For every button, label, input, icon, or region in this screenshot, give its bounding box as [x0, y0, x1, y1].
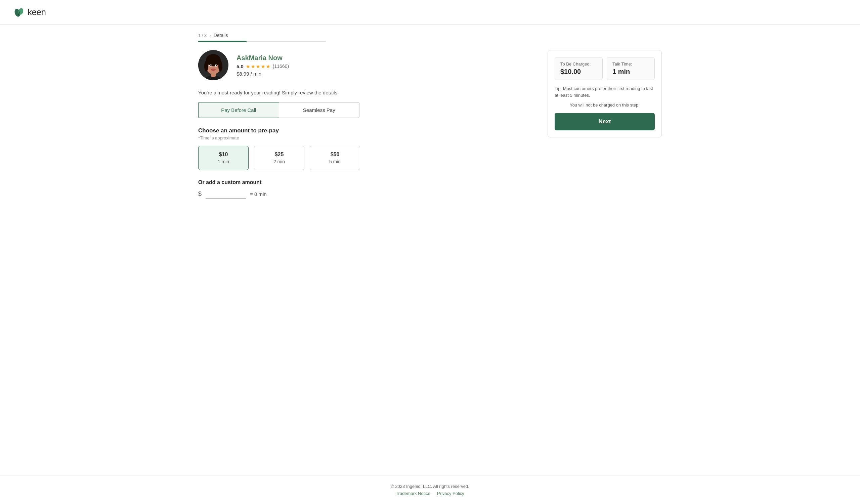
right-panel: To Be Charged: $10.00 Talk Time: 1 min T…: [548, 50, 662, 138]
tab-seamless-pay[interactable]: Seamless Pay: [279, 102, 360, 118]
step-header: 1 / 3 › Details: [198, 33, 662, 38]
custom-amount-row: $ = 0 min: [198, 189, 534, 199]
custom-amount-section: Or add a custom amount $ = 0 min: [198, 179, 534, 199]
summary-not-charged: You will not be charged on this step.: [555, 102, 655, 107]
amount-card-25[interactable]: $25 2 min: [254, 146, 304, 170]
amount-time-50: 5 min: [315, 159, 355, 164]
amount-value-10: $10: [204, 152, 243, 158]
footer: © 2023 Ingenio, LLC. All rights reserved…: [0, 475, 860, 504]
talk-time-value: 1 min: [613, 68, 649, 76]
advisor-price: $8.99 / min: [236, 71, 289, 77]
summary-row: To Be Charged: $10.00 Talk Time: 1 min: [555, 57, 655, 80]
rating-score: 5.0: [236, 63, 244, 69]
choose-amount-title: Choose an amount to pre-pay: [198, 127, 534, 134]
amount-card-10[interactable]: $10 1 min: [198, 146, 248, 170]
main-content: 1 / 3 › Details: [185, 25, 675, 475]
to-be-charged-label: To Be Charged:: [560, 61, 597, 67]
logo-text: keen: [28, 7, 46, 17]
talk-time-box: Talk Time: 1 min: [607, 57, 655, 80]
dollar-sign: $: [198, 190, 202, 198]
amount-value-25: $25: [260, 152, 299, 158]
privacy-policy-link[interactable]: Privacy Policy: [437, 491, 464, 496]
svg-point-14: [211, 69, 216, 71]
amount-card-50[interactable]: $50 5 min: [310, 146, 360, 170]
content-layout: AskMaria Now 5.0 ★★★★★ (11660) $8.99 / m…: [198, 50, 662, 199]
step-number: 1 / 3: [198, 33, 206, 38]
avatar: [198, 50, 228, 80]
advisor-rating: 5.0 ★★★★★ (11660): [236, 63, 289, 70]
amount-time-10: 1 min: [204, 159, 243, 164]
custom-amount-title: Or add a custom amount: [198, 179, 534, 186]
section-subtitle: You're almost ready for your reading! Si…: [198, 90, 534, 96]
to-be-charged-box: To Be Charged: $10.00: [555, 57, 603, 80]
header: keen: [0, 0, 860, 25]
custom-amount-input[interactable]: [205, 189, 246, 199]
avatar-image: [198, 50, 228, 80]
amount-value-50: $50: [315, 152, 355, 158]
review-count: (11660): [273, 63, 289, 69]
footer-links: Trademark Notice Privacy Policy: [13, 491, 847, 496]
choose-amount-note: *Time is approximate: [198, 135, 534, 141]
summary-card: To Be Charged: $10.00 Talk Time: 1 min T…: [548, 50, 662, 138]
advisor-info: AskMaria Now 5.0 ★★★★★ (11660) $8.99 / m…: [198, 50, 534, 80]
talk-time-label: Talk Time:: [613, 61, 649, 67]
choose-amount-section: Choose an amount to pre-pay *Time is app…: [198, 127, 534, 170]
svg-point-12: [210, 65, 212, 66]
left-panel: AskMaria Now 5.0 ★★★★★ (11660) $8.99 / m…: [198, 50, 534, 199]
svg-point-9: [206, 55, 220, 63]
footer-copyright: © 2023 Ingenio, LLC. All rights reserved…: [13, 484, 847, 489]
stars: ★★★★★: [246, 63, 271, 70]
trademark-notice-link[interactable]: Trademark Notice: [396, 491, 430, 496]
summary-tip: Tip: Most customers prefer their first r…: [555, 85, 655, 99]
progress-bar-container: [198, 41, 326, 42]
custom-equals: = 0 min: [250, 191, 267, 197]
tab-pay-before-call[interactable]: Pay Before Call: [198, 102, 279, 118]
next-button[interactable]: Next: [555, 113, 655, 130]
pay-tabs: Pay Before Call Seamless Pay: [198, 102, 359, 118]
svg-point-13: [216, 65, 217, 66]
advisor-name: AskMaria Now: [236, 54, 289, 62]
logo-icon: [13, 6, 26, 18]
advisor-details: AskMaria Now 5.0 ★★★★★ (11660) $8.99 / m…: [236, 54, 289, 77]
step-title: Details: [214, 33, 228, 38]
breadcrumb-separator: ›: [209, 33, 211, 38]
progress-bar-fill: [198, 41, 247, 42]
amount-time-25: 2 min: [260, 159, 299, 164]
logo-link[interactable]: keen: [13, 6, 46, 18]
svg-point-7: [204, 61, 208, 72]
amount-cards: $10 1 min $25 2 min $50 5 min: [198, 146, 534, 170]
to-be-charged-value: $10.00: [560, 68, 597, 76]
svg-point-8: [218, 61, 223, 72]
